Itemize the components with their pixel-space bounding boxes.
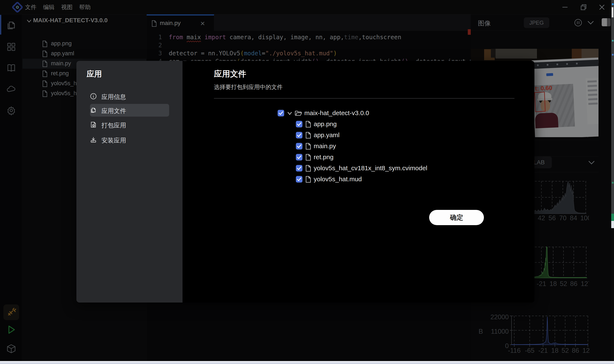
file-icon [305, 165, 311, 172]
tree-file-label: app.yaml [314, 131, 340, 139]
dialog-sidebar-title: 应用 [87, 69, 102, 79]
sidebar-item-label: 应用信息 [101, 93, 126, 101]
app-window: 文件 编辑 视图 帮助 [0, 0, 614, 364]
dialog-sidebar: 应用 应用信息 应用文件 打包应用 安装应用 [76, 61, 182, 302]
checkbox-checked[interactable] [296, 165, 302, 171]
dialog-content: 应用文件 选择要打包到应用中的文件 maix-hat_detect-v3.0.0… [182, 61, 534, 302]
sidebar-item-app-files[interactable]: 应用文件 [90, 104, 169, 117]
sidebar-item-package-app[interactable]: 打包应用 [90, 118, 169, 131]
background-window-edge [611, 0, 614, 364]
sidebar-item-app-info[interactable]: 应用信息 [90, 90, 169, 103]
chevron-down-icon[interactable] [287, 111, 292, 116]
tree-file-label: yolov5s_hat.mud [314, 176, 362, 183]
dialog-title: 应用文件 [214, 68, 246, 79]
folder-open-icon [295, 110, 302, 117]
checkbox-checked[interactable] [296, 176, 302, 182]
files-icon [90, 107, 97, 114]
sidebar-item-install-app[interactable]: 安装应用 [90, 133, 169, 146]
sidebar-item-label: 打包应用 [101, 121, 126, 130]
app-dialog: 应用 应用信息 应用文件 打包应用 安装应用 应用文件 选择要打包到应用中的文件 [76, 61, 534, 302]
ok-button[interactable]: 确定 [429, 210, 484, 225]
checkbox-checked[interactable] [296, 143, 302, 149]
divider [214, 98, 515, 99]
taskbar-strip [0, 361, 614, 364]
file-icon [305, 154, 311, 161]
checkbox-checked[interactable] [296, 121, 302, 127]
tree-file-label: yolov5s_hat_cv181x_int8_sym.cvimodel [314, 165, 427, 172]
install-icon [90, 136, 97, 143]
tree-file-label: ret.png [314, 154, 333, 161]
checkbox-checked[interactable] [296, 154, 302, 160]
file-icon [305, 143, 311, 150]
dialog-subtitle: 选择要打包到应用中的文件 [214, 83, 283, 91]
file-icon [305, 176, 311, 183]
tree-file-label: app.png [314, 120, 337, 128]
info-icon [90, 93, 97, 100]
sidebar-item-label: 应用文件 [101, 107, 126, 115]
checkbox-checked[interactable] [296, 132, 302, 138]
checkbox-checked[interactable] [278, 110, 284, 116]
package-icon [90, 121, 97, 128]
tree-root-label: maix-hat_detect-v3.0.0 [304, 109, 369, 117]
sidebar-item-label: 安装应用 [101, 136, 126, 145]
tree-file-label: main.py [314, 143, 336, 150]
file-icon [305, 132, 311, 139]
file-icon [305, 121, 311, 128]
